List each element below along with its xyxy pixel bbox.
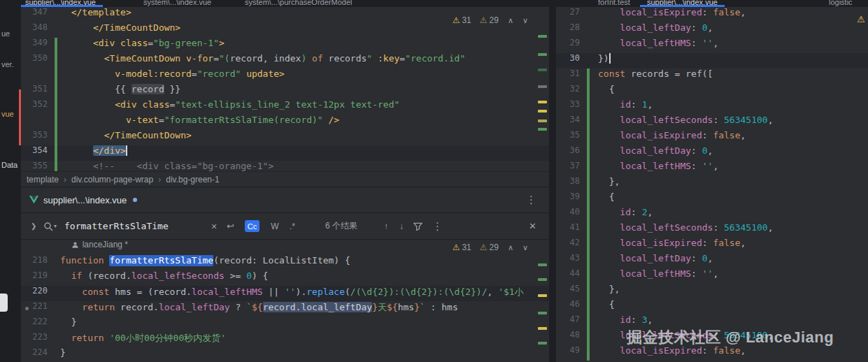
clear-search-icon[interactable]: × — [211, 221, 227, 232]
line-number[interactable]: 44 — [556, 268, 587, 284]
line-number[interactable]: 218 — [21, 255, 55, 270]
line-number[interactable]: 352 — [21, 99, 55, 115]
line-number[interactable]: 42 — [556, 238, 587, 253]
line-number[interactable]: 45 — [556, 284, 587, 299]
line-number[interactable] — [21, 115, 55, 130]
line-number[interactable]: 223 — [21, 332, 55, 347]
code-line[interactable]: 28 local_leftDay: 0, — [556, 22, 868, 38]
preview-editor[interactable]: lanceJiang *218function formatterRtsSlaT… — [21, 240, 549, 362]
line-number[interactable]: 222 — [21, 317, 55, 332]
code-line[interactable]: 29 local_leftHMS: '', — [556, 38, 868, 53]
line-number[interactable]: 32 — [556, 84, 587, 99]
code-line[interactable]: 219 if (record.local_leftSeconds >= 0) { — [21, 270, 549, 286]
line-number[interactable]: 40 — [556, 207, 587, 222]
tab-supplier-index-vue[interactable]: supplier\...\index.vue — [21, 187, 145, 212]
line-number[interactable]: 28 — [556, 22, 587, 38]
code-line[interactable]: 33 id: 1, — [556, 99, 868, 115]
main-editor[interactable]: 347 </template>348 </TimeCountDown>349 <… — [21, 7, 549, 171]
line-number[interactable]: 219 — [21, 270, 55, 286]
line-number[interactable] — [21, 68, 55, 84]
code-line[interactable]: 44 local_leftHMS: '', — [556, 268, 868, 284]
line-number[interactable]: 39 — [556, 191, 587, 207]
tool-strip-label[interactable]: Data — [1, 161, 17, 169]
code-line[interactable]: 40 id: 2, — [556, 207, 868, 222]
code-line[interactable]: 355 <!-- <div class="bg-orange-1"> — [21, 161, 549, 171]
code-line[interactable]: 350 <TimeCountDown v-for="(record, index… — [21, 53, 549, 68]
regex-toggle[interactable]: .* — [283, 222, 301, 231]
code-line[interactable]: 220 const hms = (record.local_leftHMS ||… — [21, 286, 549, 301]
line-number[interactable]: 36 — [556, 145, 587, 161]
line-number[interactable]: 347 — [21, 7, 55, 22]
line-number[interactable]: 37 — [556, 161, 587, 176]
line-number[interactable]: 355 — [21, 161, 55, 171]
code-line[interactable]: 32 { — [556, 84, 868, 99]
code-line[interactable]: 43 local_leftDay: 0, — [556, 253, 868, 268]
tool-strip-label[interactable]: vue — [1, 110, 14, 118]
editor-tab[interactable]: system\...\purchaseOrderModel — [245, 0, 352, 6]
prev-problem-icon[interactable]: ∧ — [508, 16, 513, 25]
line-number[interactable]: 350 — [21, 53, 55, 68]
code-line[interactable]: 46 { — [556, 299, 868, 314]
editor-tab[interactable]: forInt.test — [598, 0, 630, 6]
code-line[interactable]: 31const records = ref([ — [556, 68, 868, 84]
line-number[interactable]: 224 — [21, 347, 55, 362]
line-number[interactable]: 31 — [556, 68, 587, 84]
line-number[interactable] — [21, 240, 55, 255]
inspections-widget[interactable]: ⚠ 31 ⚠ 29 ∧ ∨ — [453, 242, 528, 252]
next-problem-icon[interactable]: ∨ — [522, 243, 528, 252]
match-case-toggle[interactable]: Cc — [245, 220, 259, 232]
search-options-icon[interactable]: ⋮ — [432, 220, 443, 233]
tool-strip-icon[interactable] — [0, 294, 8, 312]
code-line[interactable]: 38 }, — [556, 176, 868, 191]
tool-strip-label[interactable]: ver. — [1, 60, 14, 68]
prev-match-icon[interactable]: ↑ — [384, 222, 388, 231]
editor-tab[interactable]: supplier\...\index.vue — [647, 0, 718, 6]
editor-tab[interactable]: logistic — [829, 0, 853, 6]
filter-icon[interactable] — [413, 222, 422, 231]
line-number[interactable]: 43 — [556, 253, 587, 268]
code-line[interactable]: 34 local_leftSeconds: 56345100, — [556, 115, 868, 130]
line-number[interactable]: 34 — [556, 115, 587, 130]
next-match-icon[interactable]: ↓ — [399, 222, 404, 231]
code-line[interactable]: 352 <div class="text-ellipsis_line_2 tex… — [21, 99, 549, 115]
line-number[interactable]: 46 — [556, 299, 587, 314]
editor-tab[interactable]: supplier\...\index.vue — [25, 0, 96, 6]
code-line[interactable]: 39 { — [556, 191, 868, 207]
close-search-icon[interactable]: ✕ — [529, 221, 536, 231]
line-number[interactable]: 27 — [556, 7, 587, 22]
editor-tab[interactable]: system\...\index.vue — [143, 0, 211, 6]
line-number[interactable]: 349 — [21, 38, 55, 53]
line-number[interactable]: 354 — [21, 145, 55, 161]
line-number[interactable]: 33 — [556, 99, 587, 115]
expand-replace-icon[interactable]: ❯ — [31, 222, 43, 230]
inspections-widget[interactable]: ⚠ 31 ⚠ 29 ∧ ∨ — [453, 15, 528, 25]
right-editor[interactable]: 27 local_isExpired: false,28 local_leftD… — [556, 7, 868, 362]
tab-options-icon[interactable]: ⋮ — [526, 194, 536, 206]
search-icon[interactable]: ▾ — [43, 222, 64, 231]
code-line[interactable]: 35 local_isExpired: false, — [556, 130, 868, 145]
line-number[interactable]: 220 — [21, 286, 55, 301]
line-number[interactable]: 348 — [21, 22, 55, 38]
code-line[interactable]: 351 {{ record }} — [21, 84, 549, 99]
line-number[interactable]: 38 — [556, 176, 587, 191]
breadcrumb-item[interactable]: template — [27, 175, 59, 184]
code-line[interactable]: 221 return record.local_leftDay ? `${rec… — [21, 301, 549, 317]
code-line[interactable]: 27 local_isExpired: false, — [556, 7, 868, 22]
line-number[interactable]: 221 — [21, 301, 55, 317]
line-number[interactable]: 49 — [556, 345, 587, 361]
code-line[interactable]: 41 local_leftSeconds: 56345100, — [556, 222, 868, 238]
prev-problem-icon[interactable]: ∧ — [508, 243, 513, 252]
code-line[interactable]: 354 </div> — [21, 145, 549, 161]
line-number[interactable]: 353 — [21, 130, 55, 145]
breadcrumb-item[interactable]: div.bg-green-1 — [166, 175, 220, 184]
code-line[interactable]: 37 local_leftHMS: '', — [556, 161, 868, 176]
code-line[interactable]: 30}) — [556, 53, 868, 68]
code-line[interactable]: 218function formatterRtsSlaTime(record: … — [21, 255, 549, 270]
breadcrumb-item[interactable]: div.column-page-wrap — [71, 175, 153, 184]
code-line[interactable]: v-text="formatterRtsSlaTime(record)" /> — [21, 115, 549, 130]
line-number[interactable]: 41 — [556, 222, 587, 238]
line-number[interactable]: 47 — [556, 314, 587, 330]
code-line[interactable]: 45 }, — [556, 284, 868, 299]
line-number[interactable]: 351 — [21, 84, 55, 99]
code-line[interactable]: 349 <div class="bg-green-1"> — [21, 38, 549, 53]
